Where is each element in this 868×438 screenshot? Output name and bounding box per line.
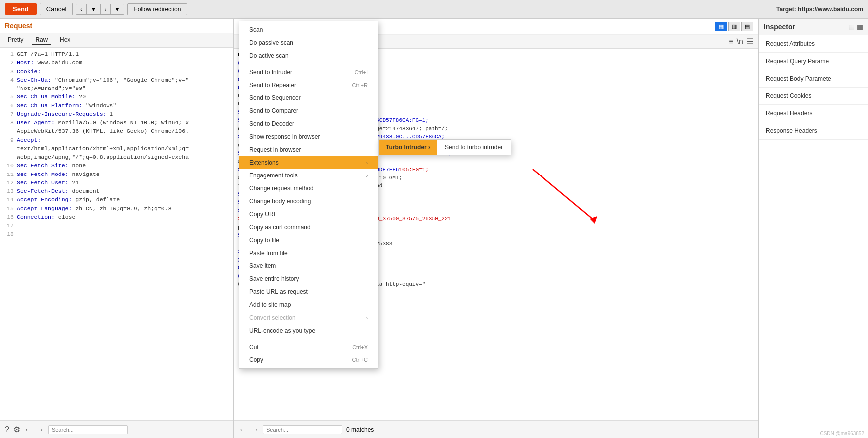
menu-send-repeater-label: Send to Repeater (249, 82, 296, 88)
main-layout: Request Pretty Raw Hex 1GET /?a=1 HTTP/1… (0, 19, 868, 438)
menu-cut[interactable]: Cut Ctrl+X (239, 341, 378, 353)
view-btn-1[interactable]: ▦ (715, 22, 727, 31)
menu-do-passive-scan[interactable]: Do passive scan (239, 36, 378, 49)
menu-convert-arrow: › (366, 315, 368, 321)
menu-copy-label: Copy (249, 356, 263, 363)
menu-change-body-encoding[interactable]: Change body encoding (239, 195, 378, 208)
menu-send-comparer[interactable]: Send to Comparer (239, 104, 378, 117)
inspector-panel: Inspector ▦ ▥ Request Attributes Request… (759, 19, 868, 438)
settings-button[interactable]: ⚙ (13, 425, 20, 434)
menu-do-active-scan[interactable]: Do active scan (239, 49, 378, 62)
request-line-10: 10Sec-Fetch-Site: none (4, 161, 229, 170)
menu-copy-curl[interactable]: Copy as curl command (239, 221, 378, 234)
menu-send-decoder[interactable]: Send to Decoder (239, 117, 378, 130)
nav-forward-dropdown[interactable]: ▼ (111, 4, 124, 14)
menu-send-repeater[interactable]: Send to Repeater Ctrl+R (239, 79, 378, 91)
nav-back-button[interactable]: ‹ (76, 4, 87, 14)
tab-hex[interactable]: Hex (57, 35, 73, 45)
menu-copy-curl-label: Copy as curl command (249, 224, 311, 231)
menu-send-intruder[interactable]: Send to Intruder Ctrl+I (239, 66, 378, 79)
send-to-turbo-label: Send to turbo intruder (445, 144, 503, 151)
inspector-icon-2[interactable]: ▥ (857, 23, 863, 31)
turbo-intruder-item[interactable]: Turbo Intruder › (379, 140, 437, 155)
send-button[interactable]: Send (5, 3, 37, 15)
inspector-query-params[interactable]: Request Query Parame (759, 53, 868, 70)
menu-convert-selection[interactable]: Convert selection › (239, 311, 378, 324)
menu-paste-file-label: Paste from file (249, 250, 288, 257)
response-bottom: ← → 0 matches (234, 420, 758, 438)
request-line-11: 11Sec-Fetch-Mode: navigate (4, 170, 229, 178)
cancel-button[interactable]: Cancel (40, 3, 73, 15)
menu-extensions[interactable]: Extensions › (239, 156, 378, 169)
inspector-request-attributes[interactable]: Request Attributes (759, 35, 868, 53)
format-btn-newline[interactable]: \n (737, 37, 743, 46)
format-btn-options[interactable]: ☰ (746, 37, 753, 46)
back-history-button[interactable]: ← (24, 425, 32, 434)
extensions-submenu: Turbo Intruder › Send to turbo intruder (378, 139, 511, 155)
menu-url-encode[interactable]: URL-encode as you type (239, 324, 378, 337)
menu-scan[interactable]: Scan (239, 23, 378, 36)
format-btn-wrap[interactable]: ≡ (729, 37, 733, 46)
request-panel-header: Request (0, 19, 233, 33)
menu-paste-file[interactable]: Paste from file (239, 247, 378, 260)
menu-save-item-label: Save item (249, 263, 276, 269)
menu-request-browser[interactable]: Request in browser (239, 143, 378, 156)
request-line-6: 6Sec-Ch-Ua-Platform: "Windows" (4, 101, 229, 110)
menu-copy-url[interactable]: Copy URL (239, 208, 378, 221)
menu-copy-file[interactable]: Copy to file (239, 234, 378, 247)
menu-save-history[interactable]: Save entire history (239, 272, 378, 285)
tab-raw[interactable]: Raw (32, 35, 51, 45)
request-line-17: 17 (4, 221, 229, 230)
menu-add-sitemap-label: Add to site map (249, 301, 291, 308)
request-line-18: 18 (4, 230, 229, 238)
nav-forward-button[interactable]: › (101, 4, 111, 14)
follow-redirect-button[interactable]: Follow redirection (127, 3, 187, 15)
request-search-input[interactable] (48, 425, 128, 434)
menu-send-intruder-label: Send to Intruder (249, 69, 292, 76)
menu-save-item[interactable]: Save item (239, 260, 378, 272)
inspector-request-headers[interactable]: Request Headers (759, 105, 868, 122)
menu-change-request-method[interactable]: Change request method (239, 182, 378, 195)
inspector-cookies[interactable]: Request Cookies (759, 88, 868, 105)
menu-show-response-label: Show response in browser (249, 133, 320, 140)
inspector-response-headers[interactable]: Response Headers (759, 122, 868, 140)
turbo-intruder-label: Turbo Intruder › (386, 144, 430, 151)
send-to-turbo-item[interactable]: Send to turbo intruder (437, 140, 511, 155)
resp-forward-button[interactable]: → (251, 425, 259, 434)
menu-send-sequencer[interactable]: Send to Sequencer (239, 91, 378, 104)
menu-send-repeater-shortcut: Ctrl+R (352, 82, 368, 88)
help-button[interactable]: ? (5, 425, 9, 434)
request-line-14: 14Accept-Encoding: gzip, deflate (4, 195, 229, 204)
view-btn-3[interactable]: ▤ (741, 22, 753, 31)
menu-request-browser-label: Request in browser (249, 146, 301, 153)
menu-copy[interactable]: Copy Ctrl+C (239, 353, 378, 366)
response-format-buttons: ≡ \n ☰ (729, 37, 753, 46)
menu-add-site-map[interactable]: Add to site map (239, 298, 378, 311)
request-line-7: 7Upgrade-Insecure-Requests: 1 (4, 110, 229, 118)
request-line-16: 16Connection: close (4, 213, 229, 221)
menu-show-response-browser[interactable]: Show response in browser (239, 130, 378, 143)
menu-save-history-label: Save entire history (249, 275, 299, 282)
menu-engagement-arrow: › (366, 173, 368, 178)
tab-pretty[interactable]: Pretty (5, 35, 26, 45)
inspector-body-params[interactable]: Request Body Paramete (759, 70, 868, 88)
menu-change-encoding-label: Change body encoding (249, 198, 311, 205)
inspector-icon-1[interactable]: ▦ (848, 23, 855, 31)
menu-send-comparer-label: Send to Comparer (249, 107, 298, 114)
request-line-4: 4Sec-Ch-Ua: "Chromium";v="106", "Google … (4, 76, 229, 84)
resp-back-button[interactable]: ← (239, 425, 247, 434)
forward-history-button[interactable]: → (36, 425, 44, 434)
view-btn-2[interactable]: ▥ (728, 22, 740, 31)
menu-engagement-tools-label: Engagement tools (249, 172, 298, 179)
request-line-13: 13Sec-Fetch-Dest: document (4, 187, 229, 195)
menu-engagement-tools[interactable]: Engagement tools › (239, 169, 378, 182)
response-search-input[interactable] (263, 425, 342, 434)
menu-divider-2 (239, 339, 378, 339)
view-buttons: ▦ ▥ ▤ (715, 22, 753, 31)
target-info: Target: https://www.baidu.com (776, 6, 863, 13)
nav-back-dropdown[interactable]: ▼ (87, 4, 101, 14)
request-panel-tabs: Pretty Raw Hex (0, 33, 233, 48)
request-line-15: 15Accept-Language: zh-CN, zh-TW;q=0.9, z… (4, 204, 229, 213)
inspector-icon-group: ▦ ▥ (848, 23, 863, 31)
menu-paste-url-request[interactable]: Paste URL as request (239, 285, 378, 298)
